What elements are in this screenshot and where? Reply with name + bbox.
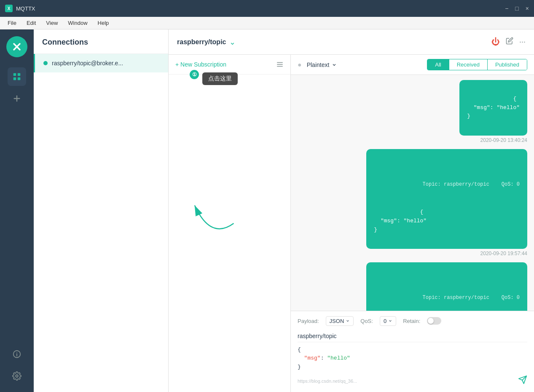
content-header: raspberry/topic ⌄ ⏻ ··· (169, 29, 534, 55)
message-bubble: { "msg": "hello" } (459, 80, 527, 136)
compose-body[interactable]: { "msg": "hello" } (298, 346, 527, 372)
payload-type-select[interactable]: JSON (326, 316, 354, 326)
message-topic: Topic: raspberry/topic QoS: 0 (374, 173, 520, 197)
qos-dropdown-icon (388, 319, 392, 323)
connection-title: raspberry/topic (177, 38, 226, 46)
retain-toggle[interactable] (427, 317, 441, 325)
message-body: { "msg": "hello" } (374, 209, 427, 233)
payload-type-value: JSON (330, 318, 344, 324)
menu-file[interactable]: File (3, 18, 21, 28)
content-area: raspberry/topic ⌄ ⏻ ··· + New Subscript (169, 29, 534, 392)
plaintext-label: Plaintext (307, 61, 330, 68)
compose-topic[interactable]: raspberry/topic (298, 330, 527, 342)
content-header-left: raspberry/topic ⌄ (177, 37, 236, 47)
compose-footer: https://blog.csdn.net/qq_36... (298, 375, 527, 387)
info-icon (12, 349, 21, 359)
more-icon[interactable]: ··· (519, 37, 526, 46)
sidebar-avatar[interactable] (6, 36, 27, 57)
close-button[interactable]: × (526, 5, 529, 11)
power-button[interactable]: ⏻ (491, 37, 500, 47)
payload-label: Payload: (298, 318, 319, 324)
annotation-tooltip: 点击这里 (202, 72, 238, 85)
compose-options: Payload: JSON QoS: 0 (298, 316, 527, 326)
svg-rect-0 (13, 73, 16, 76)
app-title: MQTTX (16, 5, 35, 12)
message-bubble: Topic: raspberry/topic QoS: 0 { "msg": "… (366, 262, 527, 310)
x-icon (11, 41, 23, 53)
compose-body-line2: "msg": "hello" (298, 355, 350, 361)
subscriptions-area: + New Subscription ① 点击这里 (169, 55, 534, 392)
help-icon[interactable]: ● (298, 61, 302, 69)
subscriptions-list (169, 75, 290, 392)
menu-help[interactable]: Help (94, 18, 113, 28)
filter-tabs: All Received Published (427, 59, 527, 70)
messages-panel: ● Plaintext All Received Published (291, 55, 534, 392)
add-icon (12, 94, 21, 103)
content-header-right: ⏻ ··· (491, 37, 526, 47)
annotation-number: ① (190, 70, 199, 79)
window-controls: − □ × (505, 5, 529, 11)
retain-label: Retain: (403, 318, 420, 324)
sub-header-icons (276, 61, 284, 68)
subscriptions-panel: + New Subscription ① 点击这里 (169, 55, 291, 392)
title-bar-left: X MQTTX (5, 5, 35, 12)
menu-edit[interactable]: Edit (22, 18, 40, 28)
connection-item[interactable]: raspberry/topic@broker.e... (34, 54, 168, 72)
send-icon (518, 375, 527, 384)
compose-body-line3: } (298, 364, 301, 370)
connections-panel: Connections raspberry/topic@broker.e... (34, 29, 169, 392)
menu-bar: File Edit View Window Help (0, 17, 534, 29)
compose-body-line1: { (298, 347, 301, 353)
sub-header: + New Subscription (169, 55, 290, 75)
sidebar (0, 29, 34, 392)
svg-rect-3 (18, 77, 20, 80)
payload-dropdown-icon (346, 319, 350, 323)
watermark: https://blog.csdn.net/qq_36... (298, 379, 357, 384)
sidebar-item-settings[interactable] (8, 367, 26, 385)
connection-status-dot (43, 61, 48, 65)
new-subscription-button[interactable]: + New Subscription (175, 61, 226, 68)
connections-icon (12, 72, 21, 81)
message-item: { "msg": "hello" } 2020-09-20 13:40:24 (298, 80, 527, 143)
svg-point-8 (16, 352, 17, 353)
messages-list: { "msg": "hello" } 2020-09-20 13:40:24 T… (291, 75, 534, 311)
qos-select[interactable]: 0 (380, 316, 396, 326)
minimize-button[interactable]: − (505, 5, 508, 11)
message-body: { "msg": "hello" } (467, 96, 520, 120)
svg-rect-1 (18, 73, 20, 76)
sidebar-item-add[interactable] (8, 89, 26, 108)
chevron-down-icon[interactable]: ⌄ (229, 37, 236, 47)
message-timestamp: 2020-09-20 19:57:44 (480, 251, 527, 256)
filter-bar: ● Plaintext All Received Published (291, 55, 534, 75)
message-topic: Topic: raspberry/topic QoS: 0 (374, 286, 520, 310)
menu-window[interactable]: Window (64, 18, 91, 28)
send-button[interactable] (518, 375, 527, 387)
list-icon[interactable] (276, 61, 284, 68)
connection-name: raspberry/topic@broker.e... (52, 60, 123, 67)
gear-icon (12, 371, 21, 381)
sidebar-item-info[interactable] (8, 345, 26, 363)
compose-area: Payload: JSON QoS: 0 (291, 311, 534, 392)
connections-header: Connections (34, 29, 168, 54)
menu-view[interactable]: View (42, 18, 62, 28)
plaintext-select[interactable]: Plaintext (307, 61, 337, 68)
title-bar: X MQTTX − □ × (0, 0, 534, 17)
edit-icon[interactable] (506, 37, 513, 47)
main-container: Connections raspberry/topic@broker.e... … (0, 29, 534, 392)
svg-rect-2 (13, 77, 16, 80)
tab-published[interactable]: Published (488, 59, 527, 70)
sidebar-item-connections[interactable] (8, 67, 26, 86)
plaintext-dropdown-icon (332, 62, 337, 67)
tab-all[interactable]: All (427, 59, 449, 70)
message-item: Topic: raspberry/topic QoS: 0 { "msg": "… (298, 149, 527, 256)
message-timestamp: 2020-09-20 13:40:24 (480, 137, 527, 143)
qos-value: 0 (384, 318, 386, 324)
maximize-button[interactable]: □ (515, 5, 518, 11)
app-logo: X (5, 5, 13, 12)
toggle-knob (428, 318, 434, 324)
message-bubble: Topic: raspberry/topic QoS: 0 { "msg": "… (366, 149, 527, 249)
tab-received[interactable]: Received (449, 59, 488, 70)
message-item: Topic: raspberry/topic QoS: 0 { "msg": "… (298, 262, 527, 310)
qos-label: QoS: (360, 318, 373, 324)
svg-point-9 (16, 375, 18, 377)
